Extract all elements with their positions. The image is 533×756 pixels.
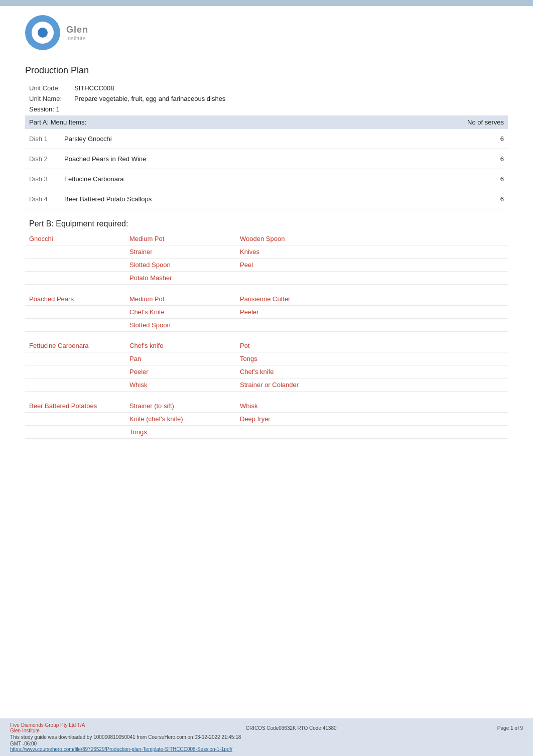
dish-label: Dish 3	[25, 169, 60, 189]
spacer-row	[25, 392, 508, 400]
list-item: Poached PearsMedium PotParisienne Cutter	[25, 293, 508, 306]
list-item: StrainerKnives	[25, 245, 508, 259]
equipment-dish	[25, 245, 125, 259]
part-a-header: Part A: Menu Items: No of serves	[25, 115, 508, 129]
equipment-dish	[25, 305, 125, 318]
spacer-row	[25, 285, 508, 293]
footer-company-block: Five Diamonds Group Pty Ltd T/A Glen Ins…	[10, 722, 85, 733]
session-row: Session: 1	[25, 104, 508, 114]
part-b-header: Pert B: Equipment required:	[25, 213, 508, 232]
equipment-item-col1: Slotted Spoon	[125, 318, 236, 331]
dish-name: Parsley Gnocchi	[60, 129, 468, 149]
equipment-item-col2	[236, 425, 508, 438]
equipment-dish	[25, 352, 125, 365]
equipment-item-col2	[236, 318, 508, 331]
equipment-item-col2: Chef's knife	[236, 365, 508, 379]
unit-name-label: Unit Name:	[29, 95, 74, 102]
list-item: PanTongs	[25, 352, 508, 365]
equipment-item-col1: Chef's Knife	[125, 305, 236, 318]
table-row: Dish 4 Beer Battered Potato Scallops 6	[25, 189, 508, 209]
equipment-item-col1: Strainer (to sift)	[125, 400, 236, 413]
equipment-dish: Gnocchi	[25, 232, 125, 245]
logo-inner	[32, 22, 54, 44]
equipment-table: GnocchiMedium PotWooden SpoonStrainerKni…	[25, 232, 508, 439]
page-title: Production Plan	[25, 65, 508, 76]
header: Glen Institute	[0, 6, 533, 55]
list-item: Chef's KnifePeeler	[25, 305, 508, 318]
dish-serves: 6	[468, 169, 508, 189]
dish-label: Dish 2	[25, 149, 60, 169]
equipment-item-col1: Medium Pot	[125, 293, 236, 306]
equipment-item-col2: Peeler	[236, 305, 508, 318]
equipment-item-col1: Strainer	[125, 245, 236, 259]
unit-name-value: Prepare vegetable, fruit, egg and farina…	[74, 95, 225, 102]
equipment-item-col2	[236, 272, 508, 285]
unit-code-row: Unit Code: SITHCCC008	[25, 83, 508, 93]
dish-serves: 6	[468, 149, 508, 169]
table-row: Dish 3 Fettucine Carbonara 6	[25, 169, 508, 189]
equipment-item-col1: Knife (chef's knife)	[125, 412, 236, 425]
equipment-item-col2: Deep fryer	[236, 412, 508, 425]
dish-name: Poached Pears in Red Wine	[60, 149, 468, 169]
equipment-dish	[25, 412, 125, 425]
footer-institute: Glen Institute	[10, 728, 40, 733]
equipment-dish: Beer Battered Potatoes	[25, 400, 125, 413]
session-value: Session: 1	[29, 105, 60, 113]
footer-company: Five Diamonds Group Pty Ltd T/A	[10, 722, 85, 728]
equipment-item-col1: Chef's knife	[125, 339, 236, 352]
logo-circle	[25, 15, 60, 50]
equipment-dish	[25, 425, 125, 438]
equipment-item-col1: Tongs	[125, 425, 236, 438]
dish-serves: 6	[468, 129, 508, 149]
main-content: Production Plan Unit Code: SITHCCC008 Un…	[0, 55, 533, 469]
list-item: Potato Masher	[25, 272, 508, 285]
equipment-item-col1: Whisk	[125, 379, 236, 392]
dish-label: Dish 4	[25, 189, 60, 209]
equipment-item-col1: Potato Masher	[125, 272, 236, 285]
logo-dot	[38, 28, 48, 38]
dish-name: Fettucine Carbonara	[60, 169, 468, 189]
equipment-item-col2: Parisienne Cutter	[236, 293, 508, 306]
unit-code-value: SITHCCC008	[74, 84, 114, 92]
equipment-item-col2: Tongs	[236, 352, 508, 365]
equipment-item-col1: Medium Pot	[125, 232, 236, 245]
footer-cricos: CRICOS Code03632K RTO Code:41380	[246, 725, 337, 731]
equipment-item-col2: Peel	[236, 259, 508, 272]
unit-name-row: Unit Name: Prepare vegetable, fruit, egg…	[25, 93, 508, 104]
list-item: GnocchiMedium PotWooden Spoon	[25, 232, 508, 245]
equipment-item-col2: Whisk	[236, 400, 508, 413]
equipment-item-col2: Knives	[236, 245, 508, 259]
list-item: Slotted SpoonPeel	[25, 259, 508, 272]
table-row: Dish 1 Parsley Gnocchi 6	[25, 129, 508, 149]
equipment-dish	[25, 259, 125, 272]
spacer-row	[25, 331, 508, 339]
logo-name: Glen	[66, 25, 88, 35]
dish-name: Beer Battered Potato Scallops	[60, 189, 468, 209]
no-of-serves-label: No of serves	[467, 118, 504, 126]
equipment-dish	[25, 379, 125, 392]
top-banner	[0, 0, 533, 6]
footer-url[interactable]: https://www.coursehero.com/file/89726529…	[10, 746, 523, 752]
equipment-item-col2: Pot	[236, 339, 508, 352]
equipment-item-col2: Strainer or Colander	[236, 379, 508, 392]
dish-serves: 6	[468, 189, 508, 209]
equipment-dish	[25, 365, 125, 379]
part-a-heading: Part A: Menu Items:	[29, 118, 86, 126]
list-item: WhiskStrainer or Colander	[25, 379, 508, 392]
equipment-item-col1: Slotted Spoon	[125, 259, 236, 272]
equipment-dish	[25, 272, 125, 285]
equipment-item-col2: Wooden Spoon	[236, 232, 508, 245]
footer-gmt: GMT -06:00	[10, 741, 523, 746]
logo-subtitle: Institute	[66, 35, 88, 41]
footer: Five Diamonds Group Pty Ltd T/A Glen Ins…	[0, 718, 533, 756]
unit-code-label: Unit Code:	[29, 84, 74, 92]
list-item: Knife (chef's knife)Deep fryer	[25, 412, 508, 425]
dishes-table: Dish 1 Parsley Gnocchi 6 Dish 2 Poached …	[25, 129, 508, 209]
list-item: Tongs	[25, 425, 508, 438]
dish-label: Dish 1	[25, 129, 60, 149]
list-item: Slotted Spoon	[25, 318, 508, 331]
equipment-dish	[25, 318, 125, 331]
logo-text-area: Glen Institute	[66, 25, 88, 41]
equipment-dish: Poached Pears	[25, 293, 125, 306]
footer-page: Page 1 of 9	[497, 725, 523, 731]
